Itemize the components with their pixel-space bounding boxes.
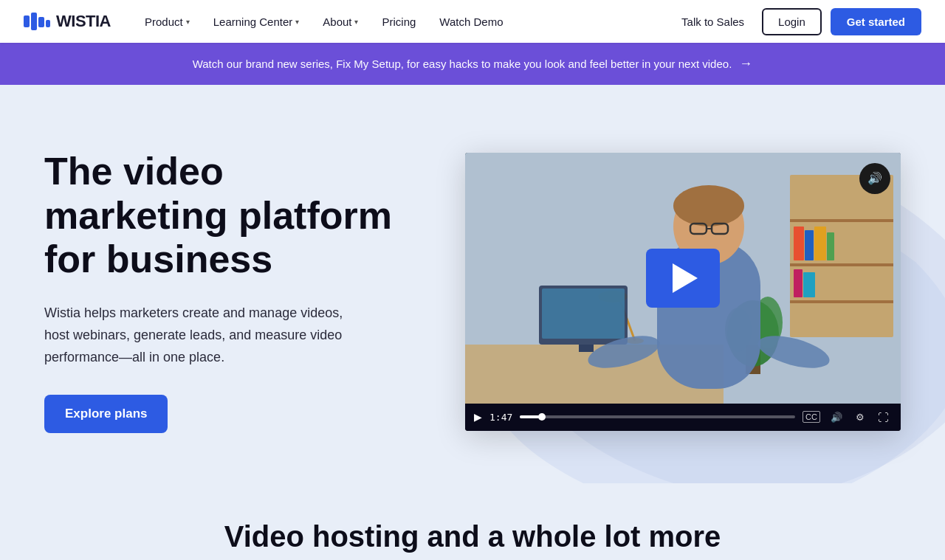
svg-rect-2 bbox=[38, 17, 44, 27]
svg-rect-0 bbox=[24, 15, 30, 27]
svg-rect-20 bbox=[542, 288, 625, 339]
logo-link[interactable]: WISTIA bbox=[24, 12, 111, 31]
banner-text: Watch our brand new series, Fix My Setup… bbox=[193, 58, 732, 70]
banner-arrow-icon: → bbox=[739, 56, 752, 72]
hero-title: The video marketing platform for busines… bbox=[44, 150, 399, 282]
play-button[interactable] bbox=[646, 249, 720, 308]
bottom-teaser: Video hosting and a whole lot more bbox=[0, 483, 945, 560]
controls-settings-button[interactable]: ⚙ bbox=[853, 410, 867, 424]
nav-watch-demo-label: Watch Demo bbox=[439, 15, 503, 28]
nav-product[interactable]: Product ▾ bbox=[134, 10, 200, 34]
nav-links: Product ▾ Learning Center ▾ About ▾ Pric… bbox=[134, 10, 673, 34]
svg-rect-12 bbox=[790, 300, 893, 303]
svg-rect-13 bbox=[794, 227, 804, 260]
svg-rect-18 bbox=[803, 272, 815, 297]
video-progress-bar[interactable] bbox=[520, 415, 795, 418]
bottom-title: Video hosting and a whole lot more bbox=[24, 520, 921, 553]
login-button[interactable]: Login bbox=[762, 8, 822, 35]
video-sound-button[interactable]: 🔊 bbox=[859, 163, 890, 194]
get-started-button[interactable]: Get started bbox=[831, 8, 921, 35]
wistia-logo-icon bbox=[24, 13, 50, 30]
closed-captions-button[interactable]: CC bbox=[803, 411, 820, 423]
controls-volume-button[interactable]: 🔊 bbox=[828, 410, 845, 424]
svg-rect-1 bbox=[31, 13, 37, 30]
nav-about-chevron-icon: ▾ bbox=[354, 18, 358, 26]
video-controls-bar: ▶ 1:47 CC 🔊 ⚙ ⛶ bbox=[465, 404, 901, 431]
logo-text: WISTIA bbox=[56, 12, 111, 31]
video-time-display: 1:47 bbox=[489, 412, 512, 423]
svg-rect-10 bbox=[790, 219, 893, 222]
svg-rect-17 bbox=[794, 269, 803, 297]
hero-content: The video marketing platform for busines… bbox=[44, 150, 399, 433]
explore-plans-button[interactable]: Explore plans bbox=[44, 395, 168, 433]
controls-fullscreen-button[interactable]: ⛶ bbox=[875, 409, 892, 425]
hero-description: Wistia helps marketers create and manage… bbox=[44, 303, 354, 368]
nav-right: Talk to Sales Login Get started bbox=[673, 8, 921, 35]
controls-play-button[interactable]: ▶ bbox=[474, 411, 482, 423]
svg-rect-21 bbox=[579, 345, 594, 352]
nav-learning-center[interactable]: Learning Center ▾ bbox=[203, 10, 310, 34]
nav-product-chevron-icon: ▾ bbox=[186, 18, 190, 26]
video-player: 🔊 ▶ 1:47 CC 🔊 ⚙ bbox=[465, 153, 901, 431]
nav-learning-center-chevron-icon: ▾ bbox=[295, 18, 299, 26]
nav-pricing-label: Pricing bbox=[382, 15, 416, 28]
hero-video: 🔊 ▶ 1:47 CC 🔊 ⚙ bbox=[465, 153, 901, 431]
hero-section: The video marketing platform for busines… bbox=[0, 85, 945, 483]
nav-pricing[interactable]: Pricing bbox=[371, 10, 426, 34]
navbar: WISTIA Product ▾ Learning Center ▾ About… bbox=[0, 0, 945, 43]
video-play-overlay[interactable] bbox=[646, 249, 720, 308]
nav-about-label: About bbox=[323, 15, 351, 28]
nav-watch-demo[interactable]: Watch Demo bbox=[429, 10, 513, 34]
svg-point-28 bbox=[673, 185, 744, 227]
nav-learning-center-label: Learning Center bbox=[213, 15, 293, 28]
talk-to-sales-link[interactable]: Talk to Sales bbox=[673, 10, 753, 34]
svg-rect-3 bbox=[46, 20, 50, 27]
volume-icon: 🔊 bbox=[867, 171, 882, 185]
video-progress-handle[interactable] bbox=[538, 413, 546, 421]
svg-rect-16 bbox=[827, 232, 834, 260]
nav-about[interactable]: About ▾ bbox=[312, 10, 368, 34]
svg-rect-14 bbox=[805, 230, 814, 260]
video-thumbnail[interactable]: 🔊 bbox=[465, 153, 901, 404]
svg-rect-11 bbox=[790, 263, 893, 266]
svg-rect-15 bbox=[814, 227, 826, 260]
play-triangle-icon bbox=[673, 263, 698, 293]
nav-product-label: Product bbox=[145, 15, 183, 28]
promo-banner[interactable]: Watch our brand new series, Fix My Setup… bbox=[0, 43, 945, 85]
